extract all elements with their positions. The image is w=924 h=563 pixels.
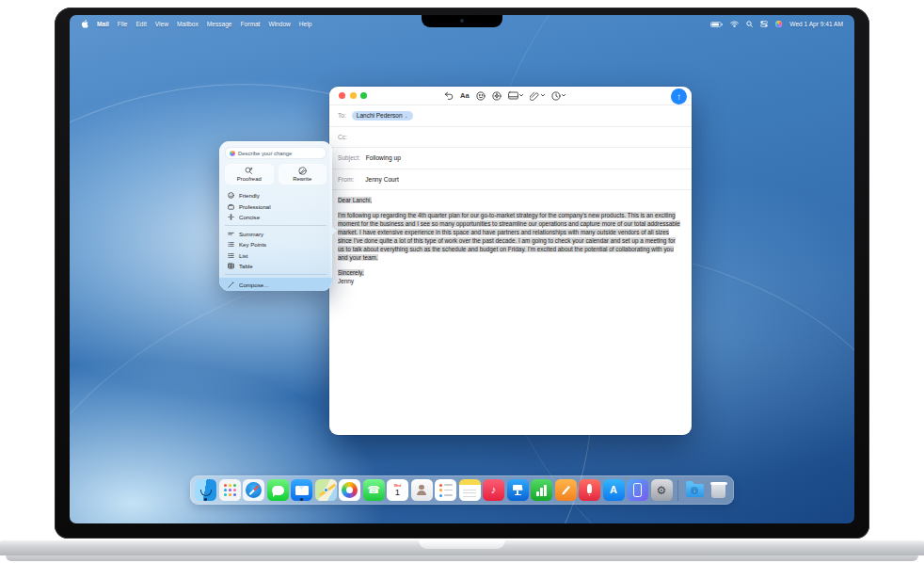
dock-maps-icon[interactable]	[315, 479, 337, 501]
smiley-icon	[228, 192, 234, 199]
dock-messages-icon[interactable]	[267, 479, 289, 501]
apple-menu-icon[interactable]	[81, 20, 88, 28]
writing-tools-item-compose[interactable]: Compose…	[219, 278, 332, 291]
attach-icon[interactable]	[530, 91, 545, 101]
menu-app-name[interactable]: Mail	[97, 21, 109, 27]
minimize-button[interactable]	[350, 92, 357, 99]
chevron-down-icon	[519, 94, 523, 97]
desktop: Mail File Edit View Mailbox Message Form…	[70, 15, 854, 523]
dock-iphone-mirroring-icon[interactable]	[627, 479, 648, 501]
popup-arrow	[331, 226, 337, 235]
menu-clock[interactable]: Wed 1 Apr 9:41 AM	[789, 21, 843, 27]
undo-icon[interactable]	[444, 91, 454, 100]
from-label: From:	[338, 176, 354, 183]
writing-tools-popup: Describe your change Proofread Rewrite F…	[219, 141, 332, 291]
writing-tools-item-key-points[interactable]: Key Points	[225, 239, 327, 250]
menu-item-view[interactable]: View	[155, 21, 168, 27]
dock-pages-icon[interactable]	[555, 479, 577, 501]
macbook-scene: Mail File Edit View Mailbox Message Form…	[0, 0, 924, 563]
chevron-down-icon: ⌄	[405, 113, 408, 119]
message-body[interactable]: Dear Lanchi, I'm following up regarding …	[329, 190, 692, 293]
to-field[interactable]: To: Lanchi Pederson ⌄	[329, 105, 692, 127]
magnifier-sparkle-icon	[245, 167, 253, 175]
dock-keynote-icon[interactable]	[507, 479, 529, 501]
dock-safari-icon[interactable]	[243, 479, 264, 501]
menu-item-edit[interactable]: Edit	[135, 21, 146, 27]
dock-numbers-icon[interactable]	[531, 479, 552, 501]
camera-icon	[460, 19, 464, 23]
dock: ☎ Wed1 ♪ A ⚙ ↓	[190, 475, 734, 505]
dock-calendar-icon[interactable]: Wed1	[387, 479, 408, 501]
chevron-down-icon	[541, 94, 545, 97]
writing-tools-item-friendly[interactable]: Friendly	[225, 190, 327, 201]
subject-label: Subject:	[338, 154, 360, 161]
selected-text: Dear Lanchi,	[338, 197, 372, 203]
signature-text: Jenny	[338, 278, 354, 284]
menu-item-window[interactable]: Window	[268, 21, 290, 27]
list-icon	[228, 252, 234, 259]
display-notch	[422, 15, 502, 27]
dock-app-store-icon[interactable]: A	[603, 479, 625, 501]
dock-photos-icon[interactable]	[339, 479, 360, 501]
dock-trash-icon[interactable]	[708, 479, 729, 501]
writing-tools-item-table[interactable]: Table	[225, 261, 327, 272]
photo-browser-icon[interactable]	[508, 91, 524, 100]
proofread-label: Proofread	[237, 176, 262, 182]
apple-intelligence-icon[interactable]	[775, 21, 782, 27]
macbook-lid-notch	[419, 540, 505, 549]
chevron-down-icon	[562, 94, 566, 97]
writing-tools-item-summary[interactable]: Summary	[225, 229, 327, 240]
compose-pencil-icon	[228, 282, 234, 288]
macbook-base-edge	[6, 555, 918, 561]
ai-compose-icon[interactable]	[492, 91, 502, 101]
subject-field[interactable]: Subject: Following up	[329, 148, 692, 169]
dock-finder-icon[interactable]	[195, 479, 216, 501]
dock-mail-icon[interactable]	[291, 479, 312, 501]
apple-intelligence-icon	[230, 151, 235, 156]
dock-notes-icon[interactable]	[459, 479, 481, 501]
dock-separator	[677, 480, 678, 501]
dock-rocket-icon[interactable]	[579, 479, 600, 501]
dock-contacts-icon[interactable]	[411, 479, 433, 501]
search-icon[interactable]	[746, 21, 753, 27]
dock-system-settings-icon[interactable]: ⚙	[651, 479, 673, 501]
menu-item-message[interactable]: Message	[207, 21, 232, 27]
writing-tools-item-list[interactable]: List	[225, 250, 327, 262]
send-button[interactable]: ↑	[671, 88, 687, 105]
send-later-icon[interactable]	[551, 91, 566, 101]
describe-change-input[interactable]: Describe your change	[225, 147, 327, 159]
concise-icon	[228, 214, 234, 220]
selected-text: Sincerely,	[338, 269, 364, 276]
summary-icon	[228, 231, 234, 237]
emoji-icon[interactable]	[476, 91, 486, 101]
bullet-list-icon	[228, 241, 234, 248]
mail-compose-window: Aa	[329, 87, 692, 435]
briefcase-icon	[228, 203, 234, 210]
menu-item-help[interactable]: Help	[299, 21, 312, 27]
zoom-button[interactable]	[360, 92, 367, 99]
format-icon[interactable]: Aa	[460, 91, 470, 100]
menu-item-file[interactable]: File	[118, 21, 128, 27]
cc-field[interactable]: Cc:	[329, 127, 692, 149]
dock-launchpad-icon[interactable]	[219, 479, 241, 501]
rewrite-button[interactable]: Rewrite	[279, 164, 327, 185]
menu-item-format[interactable]: Format	[241, 21, 261, 27]
proofread-button[interactable]: Proofread	[225, 164, 274, 185]
menu-item-mailbox[interactable]: Mailbox	[177, 21, 199, 27]
dock-music-icon[interactable]: ♪	[483, 479, 504, 501]
pencil-circle-icon	[298, 167, 307, 175]
describe-change-placeholder: Describe your change	[238, 151, 292, 156]
writing-tools-item-professional[interactable]: Professional	[225, 201, 327, 213]
subject-value: Following up	[366, 154, 401, 161]
from-field[interactable]: From: Jenny Court	[329, 169, 692, 191]
dock-phone-icon[interactable]: ☎	[363, 479, 385, 501]
writing-tools-item-concise[interactable]: Concise	[225, 212, 327, 223]
control-center-icon[interactable]	[760, 21, 768, 27]
wifi-icon[interactable]	[730, 21, 739, 27]
from-value: Jenny Court	[365, 176, 399, 183]
dock-downloads-icon[interactable]: ↓	[684, 479, 706, 501]
dock-reminders-icon[interactable]	[435, 479, 456, 501]
recipient-token[interactable]: Lanchi Pederson ⌄	[352, 111, 413, 121]
battery-icon[interactable]	[710, 22, 723, 27]
close-button[interactable]	[339, 92, 345, 99]
